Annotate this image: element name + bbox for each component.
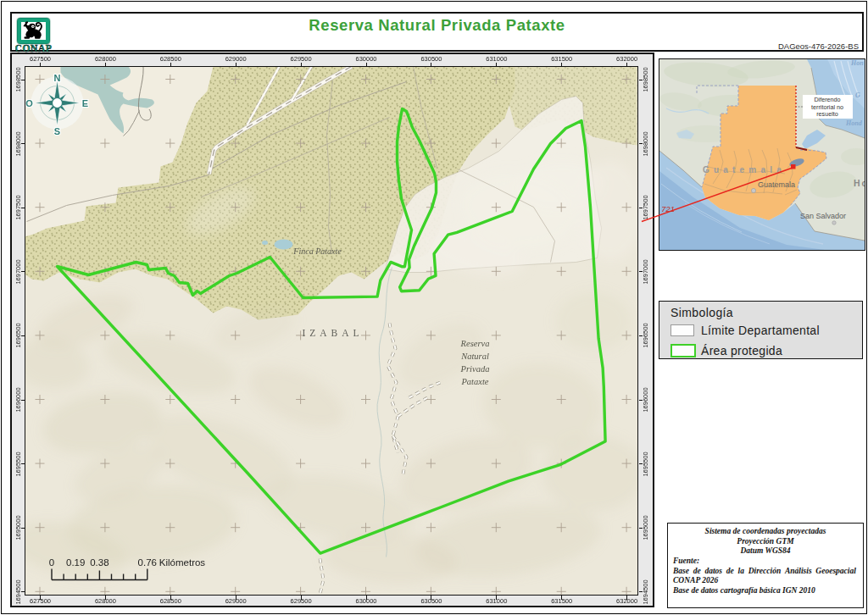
svg-text:IZABAL: IZABAL <box>302 328 363 338</box>
svg-text:Ho: Ho <box>854 178 865 188</box>
svg-text:E: E <box>82 98 88 108</box>
svg-text:Finca Pataxte: Finca Pataxte <box>292 247 342 256</box>
svg-text:San Salvador: San Salvador <box>800 212 846 220</box>
svg-text:CONAP: CONAP <box>15 43 52 53</box>
svg-text:Guatemala: Guatemala <box>703 165 786 175</box>
svg-text:Kilómetros: Kilómetros <box>159 557 206 568</box>
svg-text:N: N <box>54 73 61 83</box>
svg-text:Reserva: Reserva <box>460 339 490 348</box>
svg-text:Privada: Privada <box>460 364 490 374</box>
svg-text:S: S <box>54 126 60 136</box>
svg-text:Hond: Hond <box>845 119 863 127</box>
svg-text:Guatemala: Guatemala <box>758 180 795 189</box>
svg-text:Pataxte: Pataxte <box>460 377 488 386</box>
svg-text:0: 0 <box>49 557 54 568</box>
svg-text:0.76: 0.76 <box>138 557 157 568</box>
svg-text:O: O <box>25 98 33 108</box>
svg-text:resuelto: resuelto <box>816 110 838 118</box>
svg-text:0.19: 0.19 <box>66 557 85 568</box>
svg-text:Natural: Natural <box>460 352 489 361</box>
svg-text:G: G <box>855 91 860 99</box>
svg-text:0.38: 0.38 <box>90 557 108 568</box>
svg-text:Hon: Hon <box>850 59 864 67</box>
